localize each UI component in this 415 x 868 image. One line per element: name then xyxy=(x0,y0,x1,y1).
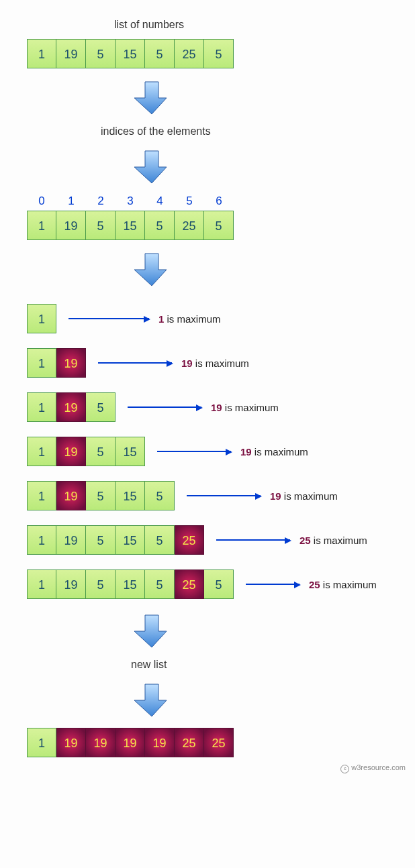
list-cell: 19 xyxy=(56,569,86,599)
index-label: 3 xyxy=(116,195,145,208)
list-cell: 15 xyxy=(116,569,145,599)
step-row: 119515519 is maximum xyxy=(27,481,402,510)
step-row: 119519 is maximum xyxy=(27,392,402,422)
list-cell: 15 xyxy=(116,211,145,240)
highlighted-cell: 25 xyxy=(175,569,204,599)
step-cells: 1195 xyxy=(27,392,116,422)
arrow-right-icon xyxy=(68,318,149,319)
max-annotation: 19 is maximum xyxy=(181,358,249,369)
list-cell: 5 xyxy=(145,211,175,240)
list-cell: 5 xyxy=(86,525,116,555)
list-cell: 15 xyxy=(116,481,145,510)
max-suffix: is maximum xyxy=(252,446,308,457)
list-cell: 5 xyxy=(145,39,175,68)
list-cell: 25 xyxy=(175,211,204,240)
list-cell: 15 xyxy=(116,437,145,466)
max-value: 25 xyxy=(309,579,320,590)
index-label: 2 xyxy=(86,195,116,208)
list-cell: 5 xyxy=(86,39,116,68)
label-list-of-numbers: list of numbers xyxy=(114,19,402,31)
arrow-right-icon xyxy=(98,362,172,364)
step-cells: 119515525 xyxy=(27,525,204,555)
input-list-with-indices: 1195155255 xyxy=(27,211,402,240)
arrow-right-icon xyxy=(157,451,231,452)
max-annotation: 1 is maximum xyxy=(158,313,221,325)
list-cell: 5 xyxy=(145,569,175,599)
list-cell: 5 xyxy=(86,437,116,466)
index-label: 6 xyxy=(204,195,234,208)
arrow-down-icon xyxy=(134,683,402,720)
list-cell: 1 xyxy=(27,304,56,333)
list-cell: 1 xyxy=(27,348,56,378)
list-cell: 1 xyxy=(27,481,56,510)
max-suffix: is maximum xyxy=(311,535,367,546)
list-cell: 5 xyxy=(86,569,116,599)
arrow-right-icon xyxy=(216,539,290,541)
max-value: 19 xyxy=(181,358,193,369)
arrow-down-icon xyxy=(134,614,402,651)
list-cell: 1 xyxy=(27,392,56,422)
max-annotation: 19 is maximum xyxy=(211,402,279,413)
list-cell: 5 xyxy=(86,392,116,422)
step-cells: 1195155 xyxy=(27,481,175,510)
step-row: 11951519 is maximum xyxy=(27,437,402,466)
index-label: 0 xyxy=(27,195,56,208)
highlighted-cell: 19 xyxy=(145,728,175,757)
arrow-down-icon xyxy=(134,80,402,117)
highlighted-cell: 19 xyxy=(56,481,86,510)
step-row: 11 is maximum xyxy=(27,304,402,333)
max-suffix: is maximum xyxy=(193,358,249,369)
highlighted-cell: 19 xyxy=(116,728,145,757)
result-list-row: 1191919192525 xyxy=(27,728,402,757)
list-cell: 5 xyxy=(204,39,234,68)
list-cell: 19 xyxy=(56,39,86,68)
max-value: 19 xyxy=(240,446,252,457)
max-annotation: 19 is maximum xyxy=(270,490,338,502)
max-suffix: is maximum xyxy=(281,490,338,502)
arrow-right-icon xyxy=(246,584,299,585)
highlighted-cell: 19 xyxy=(56,392,86,422)
highlighted-cell: 25 xyxy=(204,728,234,757)
index-label: 4 xyxy=(145,195,175,208)
list-cell: 5 xyxy=(145,525,175,555)
list-cell: 19 xyxy=(56,525,86,555)
credit-text: cw3resource.com xyxy=(340,763,406,773)
max-suffix: is maximum xyxy=(320,579,377,590)
input-list-row: 1195155255 xyxy=(27,39,402,68)
index-label: 5 xyxy=(175,195,204,208)
step-cells: 1 xyxy=(27,304,56,333)
highlighted-cell: 19 xyxy=(56,348,86,378)
list-cell: 5 xyxy=(86,481,116,510)
highlighted-cell: 25 xyxy=(175,728,204,757)
highlighted-cell: 25 xyxy=(175,525,204,555)
index-label: 1 xyxy=(56,195,86,208)
max-suffix: is maximum xyxy=(164,313,220,325)
step-row: 11951552525 is maximum xyxy=(27,525,402,555)
list-cell: 1 xyxy=(27,437,56,466)
list-cell: 1 xyxy=(27,39,56,68)
list-cell: 5 xyxy=(86,211,116,240)
list-cell: 19 xyxy=(56,211,86,240)
arrow-right-icon xyxy=(187,495,261,496)
highlighted-cell: 19 xyxy=(86,728,116,757)
list-cell: 15 xyxy=(116,525,145,555)
step-row: 11919 is maximum xyxy=(27,348,402,378)
max-annotation: 25 is maximum xyxy=(309,579,377,590)
steps-container: 11 is maximum11919 is maximum119519 is m… xyxy=(27,304,402,599)
step-cells: 1195155255 xyxy=(27,569,234,599)
arrow-down-icon xyxy=(134,252,402,289)
max-suffix: is maximum xyxy=(222,402,279,413)
max-annotation: 19 is maximum xyxy=(240,446,308,457)
label-indices: indices of the elements xyxy=(101,125,402,138)
max-value: 25 xyxy=(299,535,311,546)
step-cells: 119 xyxy=(27,348,86,378)
step-cells: 119515 xyxy=(27,437,145,466)
list-cell: 15 xyxy=(116,39,145,68)
list-cell: 1 xyxy=(27,211,56,240)
highlighted-cell: 19 xyxy=(56,728,86,757)
max-value: 19 xyxy=(211,402,222,413)
list-cell: 1 xyxy=(27,728,56,757)
list-cell: 5 xyxy=(145,481,175,510)
indices-row: 0123456 xyxy=(27,195,402,208)
list-cell: 1 xyxy=(27,525,56,555)
